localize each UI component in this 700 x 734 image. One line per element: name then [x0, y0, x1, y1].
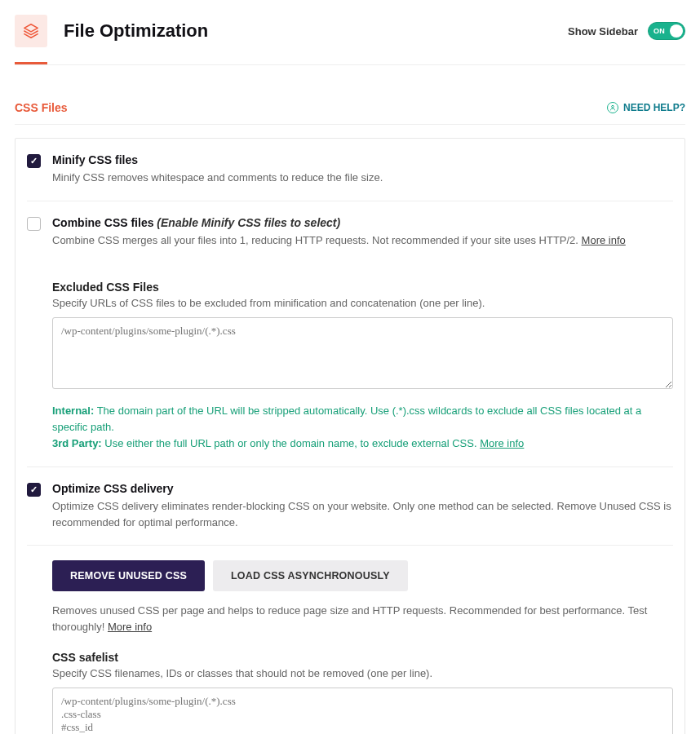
help-icon: [607, 102, 618, 113]
excluded-css-label: Excluded CSS Files: [52, 281, 673, 294]
optimize-css-sub: REMOVE UNUSED CSS LOAD CSS ASYNCHRONOUSL…: [52, 560, 673, 734]
excluded-css-textarea[interactable]: [52, 317, 673, 389]
combine-css-title-suffix: (Enable Minify CSS files to select): [157, 216, 340, 229]
header-divider: [15, 64, 685, 65]
combine-css-title-wrap: Combine CSS files (Enable Minify CSS fil…: [52, 216, 673, 229]
show-sidebar-toggle[interactable]: ON: [648, 22, 685, 40]
excluded-css-block: Excluded CSS Files Specify URLs of CSS f…: [52, 281, 673, 452]
toggle-on-label: ON: [653, 27, 665, 35]
excluded-css-note: Internal: The domain part of the URL wil…: [52, 403, 673, 452]
remove-unused-more-info-link[interactable]: More info: [108, 621, 152, 633]
remove-unused-css-button[interactable]: REMOVE UNUSED CSS: [52, 560, 205, 591]
safelist-textarea[interactable]: [52, 688, 673, 734]
optimize-css-checkbox[interactable]: [27, 483, 41, 497]
minify-css-title: Minify CSS files: [52, 153, 673, 166]
combine-css-row: Combine CSS files (Enable Minify CSS fil…: [27, 201, 673, 468]
note-internal-label: Internal:: [52, 405, 94, 417]
excluded-more-info-link[interactable]: More info: [480, 437, 524, 449]
combine-css-content: Combine CSS files (Enable Minify CSS fil…: [52, 216, 673, 249]
page-title: File Optimization: [64, 20, 208, 42]
optimize-buttons: REMOVE UNUSED CSS LOAD CSS ASYNCHRONOUSL…: [52, 560, 673, 591]
svg-marker-0: [24, 24, 38, 32]
need-help-link[interactable]: NEED HELP?: [607, 102, 685, 113]
note-3rd-label: 3rd Party:: [52, 437, 102, 449]
show-sidebar-label: Show Sidebar: [568, 25, 638, 38]
combine-css-checkbox[interactable]: [27, 217, 41, 231]
optimize-css-desc: Optimize CSS delivery eliminates render-…: [52, 498, 673, 530]
optimize-css-title: Optimize CSS delivery: [52, 482, 673, 495]
safelist-label: CSS safelist: [52, 651, 673, 664]
combine-css-title: Combine CSS files: [52, 216, 153, 229]
combine-css-desc-text: Combine CSS merges all your files into 1…: [52, 234, 582, 246]
css-files-panel: Minify CSS files Minify CSS removes whit…: [15, 138, 685, 734]
safelist-desc: Specify CSS filenames, IDs or classes th…: [52, 667, 673, 679]
safelist-block: CSS safelist Specify CSS filenames, IDs …: [52, 651, 673, 734]
section-title: CSS Files: [15, 101, 68, 114]
minify-css-content: Minify CSS files Minify CSS removes whit…: [52, 153, 673, 186]
section-header: CSS Files NEED HELP?: [15, 101, 685, 125]
excluded-css-desc: Specify URLs of CSS files to be excluded…: [52, 297, 673, 309]
combine-more-info-link[interactable]: More info: [582, 234, 626, 246]
toggle-knob: [670, 24, 683, 38]
minify-css-desc: Minify CSS removes whitespace and commen…: [52, 170, 673, 186]
optimize-css-content: Optimize CSS delivery Optimize CSS deliv…: [52, 482, 673, 530]
combine-css-desc: Combine CSS merges all your files into 1…: [52, 232, 673, 249]
remove-unused-desc: Removes unused CSS per page and helps to…: [52, 603, 673, 635]
note-internal-text: The domain part of the URL will be strip…: [52, 405, 641, 433]
need-help-label: NEED HELP?: [623, 102, 685, 113]
optimize-css-row: Optimize CSS delivery Optimize CSS deliv…: [27, 467, 673, 546]
load-css-async-button[interactable]: LOAD CSS ASYNCHRONOUSLY: [213, 560, 408, 591]
header-left: File Optimization: [15, 15, 208, 47]
note-3rd-text: Use either the full URL path or only the…: [102, 437, 480, 449]
header-right: Show Sidebar ON: [568, 22, 685, 40]
minify-css-row: Minify CSS files Minify CSS removes whit…: [27, 139, 673, 201]
layers-icon: [15, 15, 47, 47]
svg-point-1: [612, 105, 614, 108]
page-header: File Optimization Show Sidebar ON: [15, 15, 685, 47]
minify-css-checkbox[interactable]: [27, 154, 41, 168]
